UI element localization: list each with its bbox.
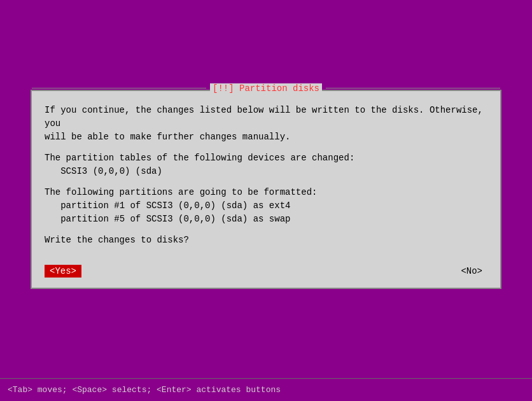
status-bar: <Tab> moves; <Space> selects; <Enter> ac… bbox=[0, 378, 532, 401]
yes-button[interactable]: <Yes> bbox=[45, 265, 81, 278]
body-line-4: Write the changes to disks? bbox=[45, 234, 487, 247]
dialog-box: [!!] Partition disks If you continue, th… bbox=[31, 90, 501, 289]
status-bar-text: <Tab> moves; <Space> selects; <Enter> ac… bbox=[8, 385, 281, 395]
dialog-content: If you continue, the changes listed belo… bbox=[32, 91, 500, 257]
title-line-right bbox=[326, 88, 500, 88]
body-line-1: If you continue, the changes listed belo… bbox=[45, 104, 487, 144]
no-button[interactable]: <No> bbox=[456, 265, 487, 278]
dialog-buttons: <Yes> <No> bbox=[32, 257, 500, 288]
title-line-left bbox=[32, 88, 206, 88]
main-area: [!!] Partition disks If you continue, th… bbox=[0, 0, 532, 378]
dialog-title-bar: [!!] Partition disks bbox=[32, 83, 500, 94]
body-line-2: The partition tables of the following de… bbox=[45, 151, 487, 178]
dialog-title: [!!] Partition disks bbox=[210, 83, 322, 94]
body-line-3: The following partitions are going to be… bbox=[45, 186, 487, 226]
